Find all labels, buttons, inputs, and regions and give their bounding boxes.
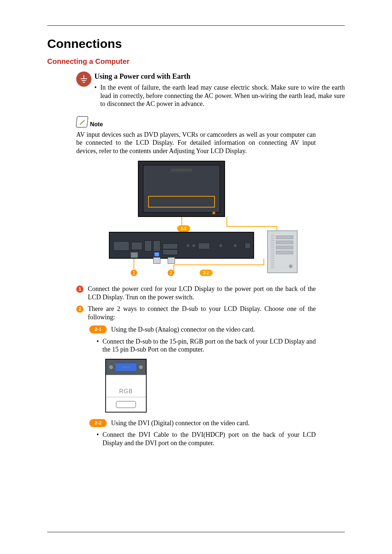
- rgb-port-illustration: ::::::::: RGB: [105, 359, 147, 413]
- bullet-dot-icon: [97, 337, 99, 354]
- earth-heading: Using a Power cord with Earth: [94, 72, 345, 81]
- note-block: Note: [76, 116, 345, 128]
- bottom-rule: [47, 532, 345, 532]
- bullet-dot-icon: [97, 431, 99, 447]
- rgb-slot-icon: [116, 401, 136, 408]
- sub-step-2-2: 2-2 Using the DVI (Digital) connector on…: [89, 419, 316, 427]
- note-pencil-icon: [75, 116, 88, 128]
- step-2-text: There are 2 ways to connect the D-sub to…: [88, 305, 316, 321]
- sub-step-2-2-bullet-text: Connect the DVI Cable to the DVI(HDCP) p…: [102, 431, 316, 447]
- page-title: Connections: [47, 37, 345, 51]
- diagram-connector-line: [226, 217, 227, 227]
- diagram-callout-1: 1: [131, 270, 137, 276]
- ground-earth-icon: [76, 71, 91, 87]
- step-number-1-icon: 1: [76, 286, 83, 293]
- section-heading: Connecting a Computer: [47, 57, 345, 66]
- bullet-dot-icon: [94, 83, 97, 108]
- monitor-front-icon: [138, 161, 225, 217]
- sub-step-2-2-bullet: Connect the DVI Cable to the DVI(HDCP) p…: [97, 431, 316, 447]
- earth-warning: Using a Power cord with Earth In the eve…: [76, 71, 345, 108]
- pill-2-1-icon: 2-1: [89, 325, 107, 333]
- sub-steps: 2-1 Using the D-sub (Analog) connector o…: [89, 325, 316, 447]
- earth-bullet: In the event of failure, the earth lead …: [94, 83, 345, 108]
- diagram-label-2-2: 2-2: [200, 270, 213, 276]
- diagram-connector-line: [226, 226, 277, 227]
- dsub-connector-icon: :::::::::: [106, 360, 146, 375]
- top-rule: [47, 25, 345, 26]
- earth-text: In the event of failure, the earth lead …: [100, 83, 345, 108]
- page: Connections Connecting a Computer Using …: [0, 0, 392, 554]
- sub-step-2-1-bullet: Connect the D-sub to the 15-pin, RGB por…: [97, 337, 316, 354]
- step-number-2-icon: 2: [76, 305, 83, 313]
- connection-diagram: 2-1: [47, 161, 345, 277]
- step-1-text: Connect the power cord for your LCD Disp…: [88, 285, 316, 301]
- step-list: 1 Connect the power cord for your LCD Di…: [76, 285, 316, 447]
- pill-2-2-icon: 2-2: [89, 419, 107, 427]
- diagram-label-2-1: 2-1: [177, 225, 190, 232]
- sub-step-2-1-text: Using the D-sub (Analog) connector on th…: [111, 325, 255, 334]
- sub-step-2-2-text: Using the DVI (Digital) connector on the…: [111, 419, 249, 427]
- sub-step-2-1-bullet-text: Connect the D-sub to the 15-pin, RGB por…: [102, 337, 316, 354]
- step-1: 1 Connect the power cord for your LCD Di…: [76, 285, 316, 301]
- computer-tower-icon: [267, 230, 298, 273]
- sub-step-2-1: 2-1 Using the D-sub (Analog) connector o…: [89, 325, 316, 334]
- note-label: Note: [90, 121, 103, 128]
- rgb-port-label: RGB: [119, 388, 133, 395]
- note-text: AV input devices such as DVD players, VC…: [76, 131, 316, 155]
- step-2: 2 There are 2 ways to connect the D-sub …: [76, 305, 316, 321]
- earth-text-block: Using a Power cord with Earth In the eve…: [94, 71, 345, 108]
